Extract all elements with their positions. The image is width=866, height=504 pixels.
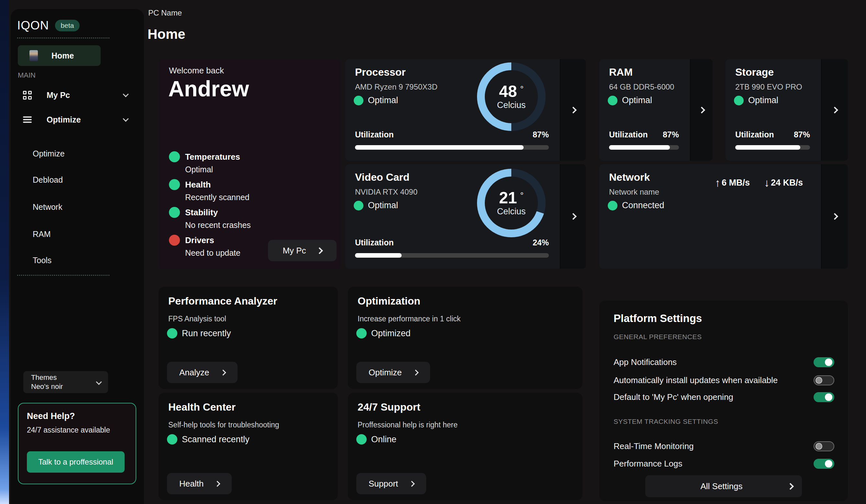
- status-sub: Need to update: [185, 247, 241, 259]
- button-label: Analyze: [179, 368, 209, 378]
- video-expand-button[interactable]: [560, 164, 586, 268]
- sidebar: IQON beta Home MAIN My Pc Optimize Optim…: [11, 9, 144, 504]
- utilization-value: 87%: [663, 130, 679, 139]
- auto-updates-toggle[interactable]: [813, 375, 834, 385]
- setting-label: Default to 'My Pc' when opening: [613, 392, 813, 402]
- card-title: Health Center: [168, 401, 236, 413]
- storage-expand-button[interactable]: [821, 59, 848, 161]
- performance-analyzer-card: Performance Analyzer FPS Analysis tool R…: [158, 287, 338, 389]
- help-title: Need Help?: [27, 411, 136, 421]
- upload-speed: ↑ 6 MB/s: [715, 176, 750, 189]
- sidebar-subitem-debload[interactable]: Debload: [33, 171, 130, 188]
- sidebar-subitem-optimize[interactable]: Optimize: [33, 145, 130, 162]
- status-item-drivers: Drivers Need to update: [169, 234, 251, 259]
- status-sub: Recently scanned: [185, 191, 249, 204]
- chevron-right-icon: [220, 369, 226, 375]
- app-notifications-toggle[interactable]: [813, 357, 834, 367]
- card-subtitle: Proffessional help is right here: [358, 421, 458, 429]
- status-dot: [169, 207, 180, 218]
- degree-symbol: °: [520, 84, 524, 94]
- themes-dropdown[interactable]: Themes Neo's noir: [23, 371, 108, 393]
- button-label: Support: [369, 479, 398, 489]
- storage-card: Storage 2TB 990 EVO PRO Optimal Utilizat…: [725, 59, 848, 161]
- talk-to-professional-button[interactable]: Talk to a proffessional: [27, 451, 125, 473]
- arrow-down-icon: ↓: [764, 176, 769, 189]
- setting-row-real-time-monitoring: Real-Time Monitoring: [613, 439, 834, 453]
- utilization-label: Utilization: [355, 130, 393, 139]
- performance-logs-toggle[interactable]: [813, 459, 834, 469]
- status-sub: No recent crashes: [185, 219, 251, 231]
- status-label: Connected: [622, 201, 664, 210]
- utilization-value: 24%: [533, 238, 549, 247]
- degree-symbol: °: [520, 191, 524, 201]
- user-name: Andrew: [168, 76, 249, 101]
- welcome-greeting: Welcome back: [169, 66, 224, 76]
- button-label: Health: [179, 479, 203, 489]
- status-dot: [167, 328, 177, 339]
- status-dot: [169, 179, 180, 190]
- default-my-pc-toggle[interactable]: [813, 392, 834, 402]
- processor-model: AMD Ryzen 9 7950X3D: [355, 82, 437, 91]
- my-pc-button[interactable]: My Pc: [268, 240, 336, 261]
- sidebar-item-home[interactable]: Home: [18, 45, 101, 66]
- status-label: Scanned recently: [182, 435, 249, 445]
- status-dot: [608, 96, 618, 105]
- card-title: Performance Analyzer: [168, 295, 277, 307]
- all-settings-button[interactable]: All Settings: [645, 475, 802, 497]
- download-value: 24 KB/s: [771, 178, 803, 188]
- status-label: Online: [371, 435, 397, 445]
- optimize-button[interactable]: Optimize: [356, 362, 430, 383]
- support-button[interactable]: Support: [356, 473, 426, 494]
- status-sub: Optimal: [185, 163, 240, 176]
- health-button[interactable]: Health: [167, 473, 232, 494]
- setting-row-performance-logs: Performance Logs: [613, 457, 834, 471]
- temperature-gauge: 48 ° Celcius: [477, 62, 546, 131]
- status-label: Health: [185, 179, 249, 191]
- utilization-bar: [355, 145, 549, 150]
- health-center-card: Health Center Self-help tools for troubl…: [158, 393, 338, 500]
- sidebar-item-my-pc[interactable]: My Pc: [18, 85, 137, 105]
- chevron-right-icon: [316, 247, 323, 254]
- sidebar-subitem-network[interactable]: Network: [33, 198, 130, 216]
- sidebar-subitem-tools[interactable]: Tools: [33, 252, 130, 269]
- card-title: Storage: [735, 66, 774, 78]
- page-title: Home: [147, 26, 186, 42]
- welcome-card: Welcome back Andrew Temperatures Optimal…: [158, 59, 341, 268]
- processor-expand-button[interactable]: [560, 59, 586, 161]
- chevron-right-icon: [214, 481, 220, 486]
- status-label: Run recently: [182, 329, 231, 339]
- status-label: Optimal: [368, 95, 398, 105]
- analyze-button[interactable]: Analyze: [167, 362, 237, 383]
- temperature-gauge: 21 ° Celcius: [477, 169, 546, 237]
- temperature-unit: Celcius: [497, 207, 526, 217]
- divider: [17, 37, 109, 38]
- utilization-label: Utilization: [735, 130, 774, 139]
- help-subtitle: 24/7 assistance available: [27, 426, 136, 435]
- card-title: RAM: [609, 66, 633, 78]
- status-dot: [608, 201, 618, 210]
- status-item-health: Health Recently scanned: [169, 179, 251, 204]
- sidebar-item-optimize[interactable]: Optimize: [18, 109, 137, 130]
- grid-icon: [23, 91, 32, 100]
- home-label: Home: [52, 51, 74, 60]
- utilization-bar: [609, 145, 679, 150]
- my-pc-button-label: My Pc: [282, 246, 306, 256]
- avatar-icon: [30, 50, 38, 61]
- status-label: Temperatures: [185, 151, 240, 163]
- real-time-monitoring-toggle[interactable]: [813, 441, 834, 451]
- ram-card: RAM 64 GB DDR5-6000 Optimal Utilization …: [599, 59, 713, 161]
- chevron-right-icon: [787, 483, 794, 490]
- status-dot: [169, 235, 180, 246]
- themes-value: Neo's noir: [31, 382, 63, 391]
- ram-expand-button[interactable]: [690, 59, 713, 161]
- network-expand-button[interactable]: [821, 164, 848, 268]
- status-label: Optimal: [368, 201, 398, 210]
- section-general-preferences: GENERAL PREFERENCES: [613, 333, 702, 341]
- sidebar-subitem-ram[interactable]: RAM: [33, 225, 130, 243]
- status-dot: [169, 151, 180, 162]
- sidebar-section-main: MAIN: [18, 71, 36, 80]
- status-dot: [167, 434, 177, 445]
- settings-title: Platform Settings: [613, 312, 702, 324]
- status-item-temperatures: Temperatures Optimal: [169, 151, 251, 176]
- card-title: Optimization: [358, 295, 420, 307]
